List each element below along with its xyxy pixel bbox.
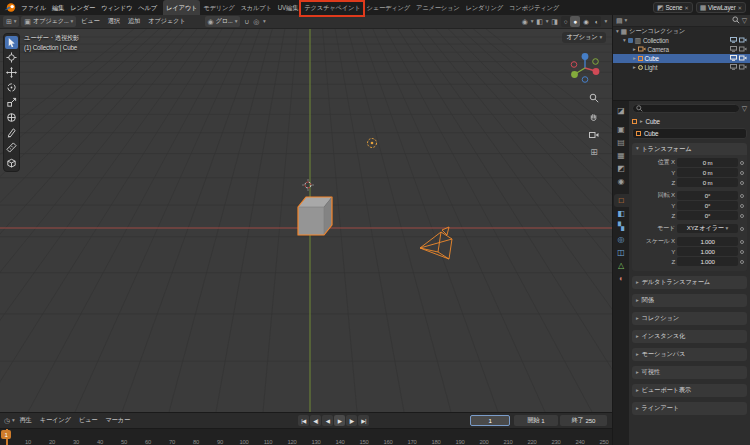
ruler-frame-number[interactable]: 70 (164, 439, 180, 445)
section-relations[interactable]: ▸関係 (632, 294, 747, 307)
ruler-frame-number[interactable]: 220 (524, 439, 540, 445)
hide-viewport-icon[interactable] (730, 64, 737, 71)
workspace-tab-sculpting[interactable]: スカルプト (237, 0, 274, 15)
workspace-tab-compositing[interactable]: コンポジティング (506, 0, 562, 15)
workspace-tab-shading[interactable]: シェーディング (363, 0, 413, 15)
menu-add[interactable]: 追加 (125, 17, 143, 26)
ruler-frame-number[interactable]: 140 (332, 439, 348, 445)
ruler-frame-number[interactable]: 200 (476, 439, 492, 445)
outliner-editor-icon[interactable]: ▤ (616, 17, 622, 24)
viewport-canvas[interactable] (0, 29, 612, 412)
cursor-3d[interactable] (302, 179, 314, 191)
timeline-ruler[interactable]: 1 10203040506070809010011012013014015016… (0, 428, 612, 445)
scale-z-field[interactable]: 1.000 (677, 257, 738, 266)
menu-render[interactable]: レンダー (67, 0, 98, 15)
menu-select[interactable]: 選択 (105, 17, 123, 26)
ruler-frame-number[interactable]: 170 (404, 439, 420, 445)
ruler-frame-number[interactable]: 150 (356, 439, 372, 445)
expander-icon[interactable]: ▸ (633, 56, 636, 62)
section-visibility[interactable]: ▸可視性 (632, 366, 747, 379)
tab-view-layer[interactable]: ▦ (614, 149, 629, 162)
blender-logo-icon[interactable] (4, 2, 16, 13)
xray-toggle-icon[interactable]: ◨ (551, 18, 557, 25)
outliner-row-scene-collection[interactable]: ▾ ▦ シーンコレクション (613, 27, 750, 36)
section-motion-paths[interactable]: ▸モーションパス (632, 348, 747, 361)
unlink-scene-icon[interactable]: ✕ (684, 5, 688, 11)
ruler-frame-number[interactable]: 130 (308, 439, 324, 445)
rotate-tool[interactable] (5, 81, 18, 94)
ruler-frame-number[interactable]: 120 (284, 439, 300, 445)
hide-viewport-icon[interactable] (730, 55, 737, 62)
gizmo-z-neg[interactable] (582, 77, 588, 83)
tab-world[interactable]: ◉ (614, 175, 629, 188)
scale-tool[interactable] (5, 96, 18, 109)
frame-end-field[interactable]: 終了250 (560, 415, 607, 426)
chevron-down-icon[interactable]: ▾ (12, 418, 15, 424)
tab-material[interactable]: ◐ (614, 272, 629, 285)
menu-view[interactable]: ビュー (78, 17, 103, 26)
outliner-row-light[interactable]: ▸ Light (613, 63, 750, 72)
ruler-frame-number[interactable]: 250 (596, 439, 612, 445)
select-box-tool[interactable] (5, 36, 18, 49)
next-keyframe-button[interactable]: |▶ (346, 415, 357, 426)
menu-edit[interactable]: 編集 (49, 0, 67, 15)
ruler-frame-number[interactable]: 20 (44, 439, 60, 445)
object-mode-dropdown[interactable]: ▣ オブジェク... ▾ (21, 16, 76, 27)
animate-dot-icon[interactable] (740, 260, 744, 264)
animate-dot-icon[interactable] (740, 161, 744, 165)
menu-marker[interactable]: マーカー (102, 416, 133, 425)
menu-window[interactable]: ウィンドウ (98, 0, 135, 15)
outliner-row-camera[interactable]: ▸ Camera (613, 45, 750, 54)
properties-search-input[interactable] (632, 104, 740, 113)
ruler-frame-number[interactable]: 90 (212, 439, 228, 445)
disable-render-icon[interactable] (739, 46, 747, 53)
workspace-tab-texture-paint[interactable]: テクスチャペイント (301, 0, 363, 15)
ruler-frame-number[interactable]: 60 (140, 439, 156, 445)
animate-dot-icon[interactable] (740, 171, 744, 175)
hide-viewport-icon[interactable] (730, 46, 737, 53)
shading-dropdown-icon[interactable]: ▾ (604, 19, 607, 25)
location-z-field[interactable]: 0 m (677, 178, 738, 187)
ruler-frame-number[interactable]: 40 (92, 439, 108, 445)
workspace-tab-rendering[interactable]: レンダリング (463, 0, 506, 15)
disable-render-icon[interactable] (739, 64, 747, 71)
camera-object[interactable] (420, 227, 452, 259)
jump-to-end-button[interactable]: ▶| (358, 415, 369, 426)
cube-object[interactable] (298, 197, 332, 235)
expander-icon[interactable]: ▾ (616, 29, 619, 35)
gizmo-y-neg[interactable] (593, 59, 599, 65)
navigation-gizmo[interactable] (568, 51, 602, 86)
zoom-icon[interactable] (589, 93, 599, 104)
menu-keying[interactable]: キーイング (37, 416, 74, 425)
hide-viewport-icon[interactable] (730, 37, 737, 44)
viewport-3d[interactable]: ユーザー・透視投影 (1) Collection | Cube オプション ▾ (0, 29, 612, 412)
object-name-field[interactable]: Cube (632, 128, 747, 139)
section-collections[interactable]: ▸コレクション (632, 312, 747, 325)
tab-object-data[interactable]: △ (614, 259, 629, 272)
jump-to-start-button[interactable]: |◀ (298, 415, 309, 426)
timeline-editor-icon[interactable]: ◷ (4, 417, 10, 424)
show-gizmo-icon[interactable]: ◉ (522, 18, 528, 25)
menu-object[interactable]: オブジェクト (145, 17, 188, 26)
tab-modifiers[interactable]: ◧ (614, 207, 629, 220)
filter-icon[interactable]: ▽ (742, 105, 747, 112)
animate-dot-icon[interactable] (740, 227, 744, 231)
section-delta-transform[interactable]: ▸デルタトランスフォーム (632, 276, 747, 289)
animate-dot-icon[interactable] (740, 181, 744, 185)
gizmo-y-axis[interactable] (571, 71, 578, 78)
gizmo-x-axis[interactable] (593, 68, 600, 75)
measure-tool[interactable] (5, 141, 18, 154)
gizmo-x-neg[interactable] (571, 62, 577, 68)
chevron-down-icon[interactable]: ▾ (531, 19, 534, 25)
tab-tool[interactable]: ◪ (614, 104, 629, 117)
outliner-row-collection[interactable]: ▾ ▥ Collection (613, 36, 750, 45)
expander-icon[interactable]: ▸ (633, 65, 636, 71)
add-cube-tool[interactable] (5, 156, 18, 169)
ruler-frame-number[interactable]: 180 (428, 439, 444, 445)
expander-icon[interactable]: ▸ (633, 47, 636, 53)
location-y-field[interactable]: 0 m (677, 168, 738, 177)
transform-tool[interactable] (5, 111, 18, 124)
location-x-field[interactable]: 0 m (677, 158, 738, 167)
prev-keyframe-button[interactable]: ◀| (310, 415, 321, 426)
transform-panel-header[interactable]: ▾ トランスフォーム (632, 143, 747, 155)
